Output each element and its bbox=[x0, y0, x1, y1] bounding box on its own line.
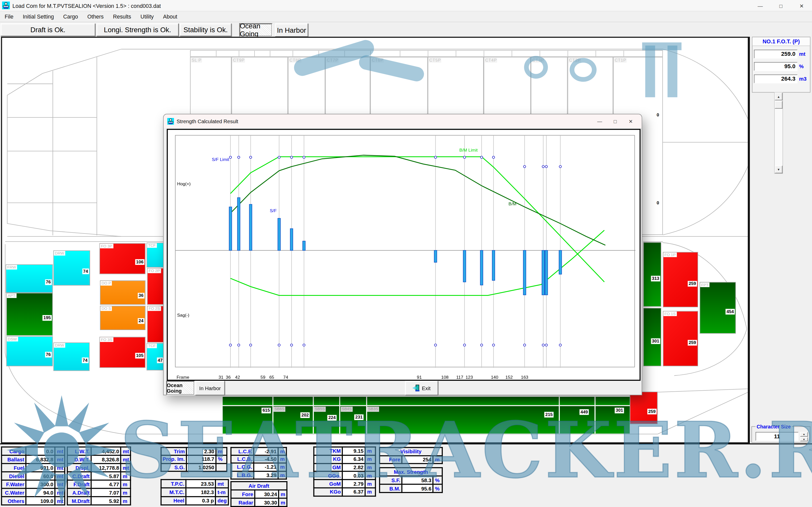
tank-drw[interactable]: DRW74 bbox=[53, 250, 90, 286]
status-button-draft-is-ok[interactable]: Draft is Ok. bbox=[1, 23, 95, 36]
tank-section[interactable]: 259 bbox=[630, 392, 658, 425]
table-row: Heel0.3 pdeg bbox=[161, 496, 229, 505]
dialog-maximize-icon[interactable]: □ bbox=[607, 116, 623, 126]
tank-fpt[interactable]: FPT454 bbox=[700, 282, 736, 334]
row-unit: mt bbox=[55, 489, 65, 497]
tank-fo-1s[interactable]: FO 1S259 bbox=[663, 311, 698, 366]
tank-section[interactable]: 313 bbox=[643, 242, 661, 307]
dialog-button-ocean-going[interactable]: Ocean Going bbox=[166, 381, 195, 395]
dialog-button-in-harbor[interactable]: In Harbor bbox=[195, 381, 224, 395]
tank-value: 259 bbox=[647, 409, 657, 414]
row-label: GM bbox=[314, 463, 342, 471]
charsize-down-icon[interactable]: ▼ bbox=[800, 437, 808, 441]
dialog-button-exit[interactable]: Exit bbox=[405, 381, 438, 395]
row-label: S.G. bbox=[161, 463, 187, 471]
sf-bar bbox=[492, 250, 495, 280]
row-value: 109.0 bbox=[26, 497, 55, 505]
tank-drw[interactable]: DRW74 bbox=[53, 342, 90, 371]
minimize-icon[interactable]: — bbox=[750, 0, 771, 11]
frame-tick-label: 65 bbox=[269, 375, 274, 380]
sf-limit-marker bbox=[249, 344, 252, 346]
tank-frw[interactable]: FRW76 bbox=[6, 265, 53, 293]
row-label: L.C.G. bbox=[231, 463, 254, 471]
mode-button-ocean-going[interactable]: Ocean Going bbox=[239, 23, 272, 37]
right-panel: NO.1 F.O.T. (P) 259.0mt95.0%264.3m3 ▲ ▼ … bbox=[749, 37, 812, 443]
dialog-close-icon[interactable]: ✕ bbox=[623, 116, 639, 126]
menu-item-initial-setting[interactable]: Initial Setting bbox=[18, 11, 58, 22]
tank-tcf[interactable]: TCF bbox=[147, 242, 165, 268]
row-unit: m bbox=[365, 471, 375, 480]
scroll-up-icon[interactable]: ▲ bbox=[775, 93, 782, 100]
sf-bar bbox=[434, 250, 437, 262]
maximize-icon[interactable]: □ bbox=[771, 0, 792, 11]
menu-item-file[interactable]: File bbox=[0, 11, 18, 22]
tank-label: FPT bbox=[700, 282, 709, 287]
frame-tick-label: 42 bbox=[235, 375, 240, 380]
row-label: D.W.T. bbox=[67, 455, 91, 464]
bm-limit-lower-line bbox=[231, 230, 604, 295]
menu-item-others[interactable]: Others bbox=[83, 11, 108, 22]
close-icon[interactable]: ✕ bbox=[791, 0, 812, 11]
status-button-stability-is-ok[interactable]: Stability is Ok. bbox=[180, 23, 232, 36]
table-row: Fuel931.0mt bbox=[2, 464, 65, 472]
tank-section[interactable]: 301 bbox=[643, 308, 661, 366]
tank-fo-3p[interactable]: FO 3P106 bbox=[99, 243, 146, 274]
tank-dsw[interactable]: DSW76 bbox=[6, 336, 53, 366]
band-divider bbox=[366, 397, 367, 434]
band-divider bbox=[339, 397, 340, 434]
cargo-cell-label: CT8P bbox=[289, 58, 302, 63]
chart-label-bm: B/M bbox=[509, 201, 516, 206]
chart-label-bm_limit: B/M Limit bbox=[459, 148, 477, 153]
row-value: 0.03 bbox=[342, 471, 365, 480]
row-unit: mt bbox=[55, 472, 65, 480]
deck-strip-divider bbox=[293, 50, 293, 57]
tank-apt[interactable]: APT195 bbox=[6, 293, 53, 336]
menu-item-cargo[interactable]: Cargo bbox=[59, 11, 83, 22]
menu-item-utility[interactable]: Utility bbox=[136, 11, 158, 22]
charsize-up-icon[interactable]: ▲ bbox=[800, 432, 808, 436]
row-value: -2.91 bbox=[254, 447, 278, 455]
tank-scrollbar[interactable]: ▲ ▼ bbox=[774, 92, 783, 174]
row-value: 5.87 bbox=[91, 472, 120, 480]
sf-limit-marker bbox=[523, 166, 526, 168]
row-label: B.M. bbox=[379, 484, 402, 493]
dialog-minimize-icon[interactable]: — bbox=[592, 116, 607, 126]
row-value: 12,778.8 bbox=[91, 464, 120, 472]
row-value: 9.15 bbox=[342, 447, 365, 455]
menu-item-results[interactable]: Results bbox=[108, 11, 136, 22]
row-unit: % bbox=[216, 456, 227, 463]
scroll-thumb[interactable] bbox=[775, 101, 782, 109]
frame-tick-label: 36 bbox=[226, 375, 231, 380]
character-size-field[interactable]: 11 bbox=[756, 432, 799, 441]
tank-do-p[interactable]: DO P36 bbox=[100, 280, 146, 305]
status-button-longi-strength-is-ok[interactable]: Longi. Strength is Ok. bbox=[96, 23, 179, 36]
deck-strip-divider bbox=[400, 50, 400, 57]
table-row: KGo6.37m bbox=[314, 488, 375, 496]
mode-button-in-harbor[interactable]: In Harbor bbox=[275, 23, 308, 37]
frame-tick-label: 152 bbox=[505, 375, 513, 380]
tank-tcf[interactable]: TCF47 bbox=[147, 343, 165, 371]
deck-strip-divider bbox=[623, 50, 624, 57]
row-unit: m bbox=[365, 463, 375, 471]
scroll-down-icon[interactable]: ▼ bbox=[775, 166, 782, 173]
tank-fo-3s[interactable]: FO 3S105 bbox=[99, 337, 146, 368]
row-label: GGo. bbox=[314, 471, 342, 480]
sf-limit-marker bbox=[230, 156, 232, 158]
tank-fo-2p[interactable]: FO 2P bbox=[147, 268, 165, 305]
cargo-deck-strip bbox=[190, 50, 663, 57]
table-row: Displ.12,778.8mt bbox=[67, 464, 131, 472]
band-value: 215 bbox=[544, 412, 554, 417]
table-row: GGo.0.03m bbox=[314, 471, 375, 480]
table-row: Cargo0.0mt bbox=[2, 447, 65, 455]
tank-fo-1p[interactable]: FO 1P259 bbox=[663, 252, 698, 307]
character-size-label: Character Size bbox=[756, 424, 792, 429]
row-value: 3.29 bbox=[254, 471, 278, 479]
row-unit: m bbox=[278, 471, 286, 479]
menu-item-about[interactable]: About bbox=[158, 11, 182, 22]
tank-do-s[interactable]: DO S24 bbox=[100, 306, 146, 330]
sf-bar bbox=[238, 198, 240, 250]
tank-fo-2s[interactable]: FO 2S bbox=[147, 306, 165, 342]
band-label-sb5s: SB5S bbox=[314, 407, 326, 412]
frame-axis-label: Frame bbox=[176, 375, 189, 380]
dialog-title-bar[interactable]: Strength Calculated Result — □ ✕ bbox=[164, 114, 642, 128]
